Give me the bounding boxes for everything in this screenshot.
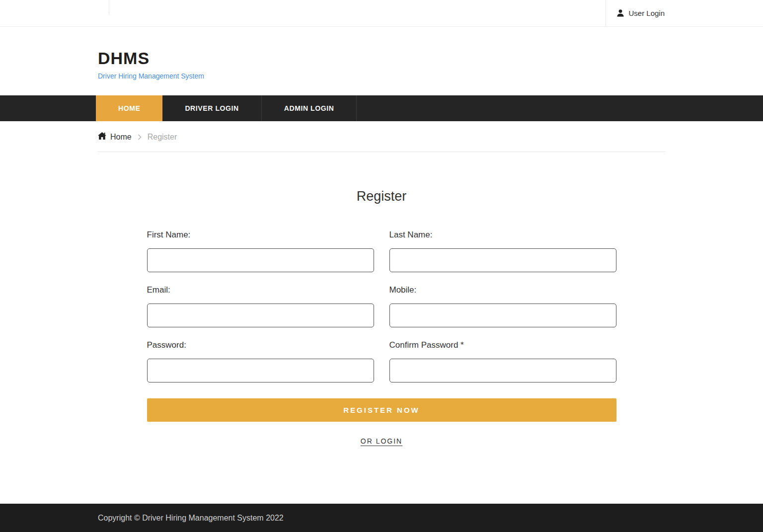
main-nav: HOME DRIVER LOGIN ADMIN LOGIN (0, 95, 763, 121)
first-name-label: First Name: (147, 230, 374, 240)
site-header: DHMS Driver Hiring Management System (0, 27, 763, 95)
first-name-field-group: First Name: (147, 230, 374, 272)
user-icon (617, 9, 624, 17)
user-login-label: User Login (628, 9, 665, 17)
first-name-input[interactable] (147, 248, 374, 272)
footer: Copyright © Driver Hiring Management Sys… (0, 504, 763, 532)
topbar-divider (109, 0, 109, 15)
password-label: Password: (147, 340, 374, 350)
last-name-label: Last Name: (389, 230, 616, 240)
nav-item-driver-login[interactable]: DRIVER LOGIN (162, 95, 261, 121)
email-label: Email: (147, 285, 374, 295)
email-input[interactable] (147, 304, 374, 327)
mobile-field-group: Mobile: (389, 285, 616, 327)
mobile-label: Mobile: (389, 285, 616, 295)
home-icon (98, 132, 106, 142)
nav-item-admin-login[interactable]: ADMIN LOGIN (262, 95, 357, 121)
topbar: User Login (0, 0, 763, 27)
site-logo[interactable]: DHMS (98, 49, 665, 68)
register-section: Register First Name: Last Name: Email: M… (147, 152, 616, 446)
password-field-group: Password: (147, 340, 374, 382)
register-now-button[interactable]: REGISTER NOW (147, 398, 616, 422)
last-name-field-group: Last Name: (389, 230, 616, 272)
email-field-group: Email: (147, 285, 374, 327)
confirm-password-input[interactable] (389, 359, 616, 382)
breadcrumb-home-link[interactable]: Home (98, 132, 132, 142)
site-tagline: Driver Hiring Management System (98, 72, 665, 80)
chevron-right-icon (138, 134, 142, 140)
password-input[interactable] (147, 359, 374, 382)
or-login-link[interactable]: OR LOGIN (361, 437, 402, 445)
nav-item-home[interactable]: HOME (96, 95, 162, 121)
breadcrumb: Home Register (98, 132, 665, 152)
breadcrumb-home-label: Home (110, 133, 132, 142)
page-title: Register (147, 189, 616, 204)
confirm-password-field-group: Confirm Password * (389, 340, 616, 382)
confirm-password-label: Confirm Password * (389, 340, 616, 350)
register-form: First Name: Last Name: Email: Mobile: Pa… (147, 230, 616, 446)
mobile-input[interactable] (389, 304, 616, 327)
last-name-input[interactable] (389, 248, 616, 272)
breadcrumb-row: Home Register (0, 121, 763, 152)
breadcrumb-current: Register (148, 133, 177, 142)
user-login-link[interactable]: User Login (606, 0, 763, 26)
copyright-text: Copyright © Driver Hiring Management Sys… (98, 514, 665, 523)
